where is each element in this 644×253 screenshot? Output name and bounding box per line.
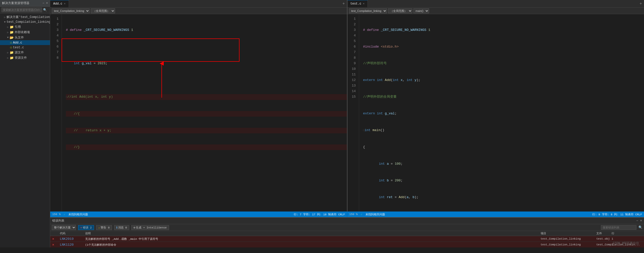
left-editor-content[interactable]: 1 2 3 4 5 6 7 8 # define _C [50, 14, 347, 212]
sidebar-item-addc[interactable]: ◻ Add.c [0, 40, 50, 45]
error-table-header: 代码 说明 项目 文件 行 [50, 231, 644, 236]
folder-icon-res: 📁 [10, 56, 14, 60]
error-row-2-project: test_Compilation_linking [541, 243, 596, 246]
col-code: 代码 [60, 231, 85, 235]
warning-count-label: 警告 0 [101, 226, 109, 229]
sidebar-item-headers[interactable]: ▼ 📂 头文件 [0, 35, 50, 40]
right-code-line-8: { [363, 144, 644, 150]
right-editor-add: + [637, 0, 644, 7]
sidebar-item-external-deps[interactable]: ▷ 📁 外部依赖项 [0, 30, 50, 35]
right-status-check: ✓ [361, 213, 362, 216]
left-status-check: ✓ [64, 213, 65, 216]
error-count-label: 错误 2 [83, 226, 92, 229]
left-code-line-8: //} [66, 144, 347, 150]
right-tab-testc[interactable]: test.c × [347, 0, 368, 7]
sidebar-search-input[interactable] [2, 8, 42, 12]
error-search-input[interactable] [601, 225, 636, 230]
watermark: CSDN @阿苏要自信 [613, 241, 639, 245]
left-status-bar: 150 % ✓ 未找到相关问题 行: 7 字符: 17 列: 18 制表符 CR… [50, 212, 347, 217]
left-code-content[interactable]: # define _CRT_SECURE_NO_WARNINGS 1 int g… [62, 14, 347, 212]
right-cursor-pos: 行: 9 字符: 8 列: 11 制表符 CRLF [592, 213, 642, 216]
right-code-line-7: □int main() [363, 128, 644, 133]
right-code-line-3: //声明外部符号 [363, 61, 644, 66]
right-function-dropdown[interactable]: main() [413, 8, 429, 13]
sidebar-item-testc[interactable]: ◻ test.c [0, 45, 50, 50]
left-code-line-2 [66, 44, 347, 50]
error-row-1-code: LNK2019 [60, 237, 85, 241]
file-icon-addc: ◻ [10, 41, 12, 45]
folder-icon-ext: 📁 [10, 30, 14, 34]
left-line-numbers: 1 2 3 4 5 6 7 8 [50, 14, 62, 212]
error-search-icon: 🔍 [638, 225, 642, 229]
search-icon: 🔍 [43, 8, 47, 12]
sidebar-item-source[interactable]: ▷ 📁 源文件 [0, 50, 50, 55]
error-panel-title-label: 错误列表 [52, 219, 64, 223]
right-code-line-4: extern int Add(int x, int y); [363, 77, 644, 83]
app-container: 解决方案资源管理器 − × 🔍 ▷ 解决方案'test_Compilation_… [0, 0, 644, 247]
file-icon-testc: ◻ [10, 46, 12, 49]
message-icon-btn: ℹ [116, 226, 117, 229]
col-desc: 说明 [85, 231, 495, 235]
right-status-text: 未找到相关问题 [365, 213, 385, 216]
right-code-line-2: #include <stdio.h> [363, 44, 644, 50]
build-label: 生成 + IntelliSense [136, 226, 167, 229]
sidebar-item-project[interactable]: ▼ test_Compilation_linking [0, 20, 50, 24]
right-editor-pane: test.c × + test_Compilation_linking [347, 0, 644, 212]
error-panel-pin[interactable]: − [636, 219, 638, 223]
right-code-line-1: # define _CRT_SECURE_NO_WARNINGS 1 [363, 27, 644, 33]
right-code-content[interactable]: # define _CRT_SECURE_NO_WARNINGS 1 #incl… [359, 14, 644, 212]
error-row-1-project: test_Compilation_linking [541, 237, 596, 240]
right-code-line-12: printf("ret=%d\n", ret); [363, 211, 644, 212]
right-editor-content[interactable]: 1 2 3 4 5 6 7 8 9 10 11 [347, 14, 644, 212]
error-filter-warning[interactable]: ⚠ 警告 0 [96, 225, 112, 230]
sidebar-item-label: 引用 [15, 25, 21, 29]
right-scope-dropdown[interactable]: （全局范围） [388, 8, 412, 13]
error-filter-message[interactable]: ℹ 消息 0 [114, 225, 129, 230]
left-tab-close[interactable]: × [64, 2, 66, 5]
error-panel-close[interactable]: × [640, 219, 642, 223]
left-tab-addc[interactable]: Add.c × [50, 0, 69, 7]
dual-editors: Add.c × + test_Compilation_linking [50, 0, 644, 212]
right-tab-close[interactable]: × [363, 2, 365, 5]
right-add-icon[interactable]: + [639, 2, 642, 6]
left-status-text: 未找到相关问题 [68, 213, 88, 216]
error-row-2-code: LNK1120 [60, 243, 85, 247]
sidebar-item-label: 资源文件 [15, 56, 27, 60]
col-line: 行 [612, 231, 642, 235]
sidebar-item-references[interactable]: ▷ 📁 引用 [0, 24, 50, 30]
sidebar-item-solution[interactable]: ▷ 解决方案'test_Compilation_linking'(1个 [0, 14, 50, 20]
folder-icon-ref: 📁 [10, 25, 14, 29]
project-arrow: ▼ [4, 21, 6, 24]
error-filter-build[interactable]: ⚙ 生成 + IntelliSense [131, 225, 169, 230]
sidebar-tree: ▷ 解决方案'test_Compilation_linking'(1个 ▼ te… [0, 13, 50, 247]
error-row-1-desc: 无法解析的外部符号 _Add，函数 _main 中引用了该符号 [85, 237, 495, 241]
error-row-2[interactable]: ✕ LNK1120 (1个无法解析的外部命令 test_Compilation_… [50, 242, 644, 247]
left-zoom: 150 % [52, 213, 61, 216]
right-tab-bar: test.c × + [347, 0, 644, 8]
right-code-line-5: //声明外部的全局变量 [363, 94, 644, 100]
left-scope-dropdown[interactable]: （全局范围） [91, 8, 115, 13]
right-tab-label: test.c [351, 2, 361, 6]
left-add-icon[interactable]: + [342, 2, 345, 6]
left-breadcrumb-dropdown[interactable]: test_Compilation_linking [52, 8, 90, 13]
right-code-line-11: int ret = Add(a, b); [363, 195, 644, 200]
left-code-line-7: // return x + y; [66, 128, 347, 133]
sidebar-solution-label: 解决方案'test_Compilation_linking'(1个 [7, 15, 50, 19]
sidebar-item-label: 源文件 [15, 50, 24, 55]
error-scope-dropdown[interactable]: 整个解决方案 [52, 225, 76, 230]
error-panel: 错误列表 − × 整个解决方案 ✕ 错误 2 ⚠ [50, 217, 644, 247]
error-row-1[interactable]: ✕ LNK2019 无法解析的外部符号 _Add，函数 _main 中引用了该符… [50, 236, 644, 242]
right-breadcrumb-dropdown[interactable]: test_Compilation_linking [349, 8, 387, 13]
sidebar-item-resources[interactable]: ▷ 📁 资源文件 [0, 55, 50, 60]
error-filter-error[interactable]: ✕ 错误 2 [78, 225, 94, 230]
sidebar-pin-btn[interactable]: − × [42, 2, 48, 5]
error-row-1-file: test.obj [596, 237, 612, 240]
right-code-line-9: int a = 100; [363, 161, 644, 167]
editor-area: Add.c × + test_Compilation_linking [50, 0, 644, 247]
dual-status-bar: 150 % ✓ 未找到相关问题 行: 7 字符: 17 列: 18 制表符 CR… [50, 212, 644, 217]
folder-icon-src: 📁 [10, 51, 14, 55]
error-row-1-icon: ✕ [52, 237, 60, 241]
left-code-line-6: //{ [66, 111, 347, 117]
sidebar-item-label: 外部依赖项 [15, 30, 30, 34]
folder-icon-hdr: 📂 [10, 36, 14, 40]
